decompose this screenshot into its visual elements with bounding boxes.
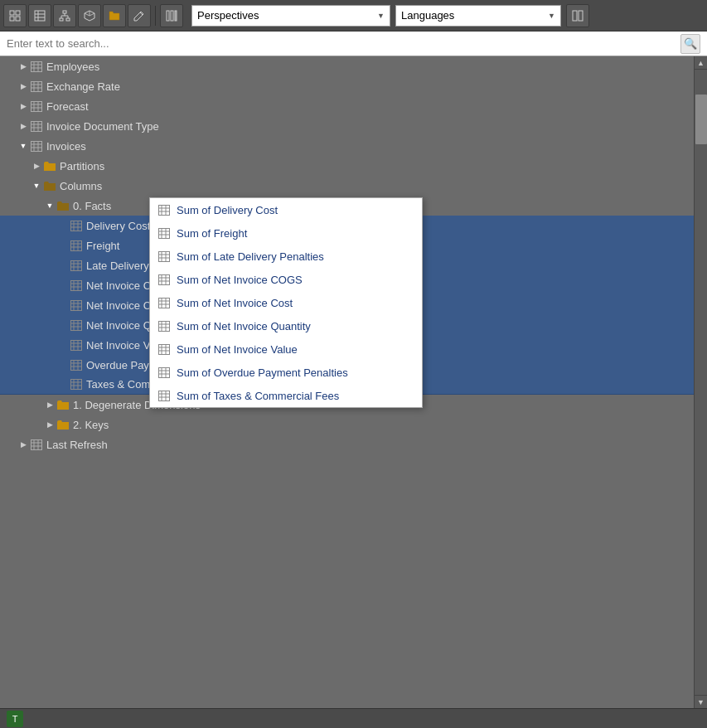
dropdown-item-sum-net-invoice-quantity[interactable]: Sum of Net Invoice Quantity <box>150 314 422 337</box>
search-input[interactable] <box>7 37 680 50</box>
folder-icon-0-facts <box>56 199 70 212</box>
dropdown-item-sum-net-invoice-value[interactable]: Sum of Net Invoice Value <box>150 337 422 361</box>
label-invoice-doc-type: Invoice Document Type <box>46 120 159 133</box>
svg-rect-21 <box>171 11 173 21</box>
label-delivery-cost: Delivery Cost <box>86 220 150 232</box>
svg-rect-2 <box>10 17 14 21</box>
spacer-net-invoice-quantity <box>56 318 70 332</box>
expand-icon-exchange-rate: ▶ <box>17 80 30 93</box>
measure-icon-sum-net-invoice-cost <box>157 295 172 310</box>
svg-rect-20 <box>167 11 169 21</box>
tree-node-exchange-rate[interactable]: ▶ Exchange Rate <box>0 76 694 96</box>
measure-icon-late-delivery-penalties <box>70 259 83 272</box>
svg-rect-55 <box>71 240 82 250</box>
label-partitions: Partitions <box>60 160 104 172</box>
toolbar-btn-folder[interactable] <box>103 4 126 27</box>
tree-node-last-refresh[interactable]: ▶ Last Refresh <box>0 434 694 454</box>
label-exchange-rate: Exchange Rate <box>46 80 120 93</box>
svg-rect-30 <box>31 81 42 91</box>
label-freight: Freight <box>86 240 119 252</box>
label-sum-net-invoice-cost: Sum of Net Invoice Cost <box>177 297 293 309</box>
tree-node-invoices[interactable]: ▼ Invoices <box>0 136 694 156</box>
folder-icon-partitions <box>43 159 56 172</box>
tree-area: ▶ Employees ▶ <box>0 56 707 708</box>
svg-rect-9 <box>60 18 63 21</box>
svg-rect-25 <box>31 61 42 71</box>
languages-arrow-icon: ▼ <box>548 12 555 20</box>
languages-label: Languages <box>401 9 454 22</box>
label-sum-net-invoice-value: Sum of Net Invoice Value <box>177 343 298 356</box>
measure-icon-delivery-cost <box>70 219 83 232</box>
svg-rect-85 <box>71 360 82 370</box>
expand-icon-last-refresh: ▶ <box>17 438 30 451</box>
svg-rect-65 <box>71 280 82 290</box>
scrollbar-thumb[interactable] <box>695 95 707 144</box>
expand-icon-employees: ▶ <box>17 60 30 73</box>
dropdown-item-sum-late-delivery-penalties[interactable]: Sum of Late Delivery Penalties <box>150 245 422 268</box>
table-icon-invoices <box>30 139 43 153</box>
svg-rect-105 <box>159 228 170 238</box>
toolbar-btn-cube[interactable] <box>78 4 101 27</box>
label-employees: Employees <box>46 61 99 73</box>
expand-icon-1-degenerate-dims: ▶ <box>43 398 56 411</box>
expand-icon-forecast: ▶ <box>17 99 30 113</box>
label-2-keys: 2. Keys <box>73 419 109 431</box>
label-sum-late-delivery-penalties: Sum of Late Delivery Penalties <box>177 250 324 263</box>
scrollbar-right[interactable]: ▲ ▼ <box>694 56 707 708</box>
svg-rect-35 <box>31 101 42 111</box>
toolbar-btn-grid[interactable] <box>3 4 27 27</box>
svg-rect-8 <box>63 11 66 13</box>
label-sum-net-invoice-quantity: Sum of Net Invoice Quantity <box>177 320 311 332</box>
label-sum-overdue-payment-penalties: Sum of Overdue Payment Penalties <box>177 366 348 379</box>
table-icon-employees <box>30 60 43 73</box>
svg-rect-135 <box>159 367 170 377</box>
toolbar-btn-columns[interactable] <box>160 4 183 27</box>
svg-rect-1 <box>16 11 20 15</box>
svg-rect-45 <box>31 141 42 151</box>
bottom-status-icon: T <box>7 711 23 727</box>
measure-icon-sum-overdue-payment-penalties <box>157 365 172 380</box>
languages-dropdown[interactable]: Languages ▼ <box>395 5 561 27</box>
svg-rect-90 <box>71 380 82 390</box>
search-bar: 🔍 <box>0 32 707 56</box>
svg-rect-40 <box>31 121 42 131</box>
scroll-arrow-down-icon[interactable]: ▼ <box>695 695 708 708</box>
perspectives-arrow-icon: ▼ <box>377 12 385 20</box>
dropdown-item-sum-freight[interactable]: Sum of Freight <box>150 221 422 245</box>
tree-node-invoice-doc-type[interactable]: ▶ Invoice Document Type <box>0 116 694 136</box>
toolbar-btn-list[interactable] <box>28 4 51 27</box>
svg-rect-125 <box>159 321 170 331</box>
spacer-late-delivery-penalties <box>56 259 70 272</box>
measure-icon-sum-freight <box>157 226 172 240</box>
svg-rect-115 <box>159 274 170 284</box>
expand-icon-partitions: ▶ <box>30 159 43 172</box>
toolbar-btn-pencil[interactable] <box>128 4 151 27</box>
toolbar-btn-layout[interactable] <box>566 4 589 27</box>
dropdown-item-sum-taxes-commercial-fees[interactable]: Sum of Taxes & Commercial Fees <box>150 384 422 407</box>
dropdown-item-sum-overdue-payment-penalties[interactable]: Sum of Overdue Payment Penalties <box>150 361 422 384</box>
spacer-net-invoice-cost <box>56 298 70 312</box>
tree-node-forecast[interactable]: ▶ Forecast <box>0 96 694 116</box>
tree-node-columns[interactable]: ▼ Columns <box>0 176 694 196</box>
measure-icon-sum-late-delivery-penalties <box>157 249 172 264</box>
tree-node-partitions[interactable]: ▶ Partitions <box>0 156 694 176</box>
toolbar-separator-1 <box>155 6 156 26</box>
svg-rect-140 <box>159 391 170 400</box>
label-columns: Columns <box>60 180 102 192</box>
tree-node-2-keys[interactable]: ▶ 2. Keys <box>0 415 694 434</box>
toolbar-btn-hierarchy[interactable] <box>53 4 76 27</box>
svg-rect-22 <box>175 11 177 21</box>
dropdown-item-sum-delivery-cost[interactable]: Sum of Delivery Cost <box>150 198 422 221</box>
scroll-arrow-up-icon[interactable]: ▲ <box>695 56 708 70</box>
folder-icon-1-degenerate-dims <box>56 398 70 411</box>
measure-icon-freight <box>70 239 83 252</box>
dropdown-item-sum-net-invoice-cogs[interactable]: Sum of Net Invoice COGS <box>150 268 422 291</box>
expand-icon-invoices: ▼ <box>17 139 30 153</box>
tree-node-employees[interactable]: ▶ Employees <box>0 56 694 76</box>
perspectives-dropdown[interactable]: Perspectives ▼ <box>191 5 390 27</box>
measure-icon-overdue-payment-penalties <box>70 358 83 371</box>
table-icon-invoice-doc-type <box>30 119 43 133</box>
search-button[interactable]: 🔍 <box>680 34 700 54</box>
spacer-delivery-cost <box>56 219 70 232</box>
dropdown-item-sum-net-invoice-cost[interactable]: Sum of Net Invoice Cost <box>150 291 422 314</box>
